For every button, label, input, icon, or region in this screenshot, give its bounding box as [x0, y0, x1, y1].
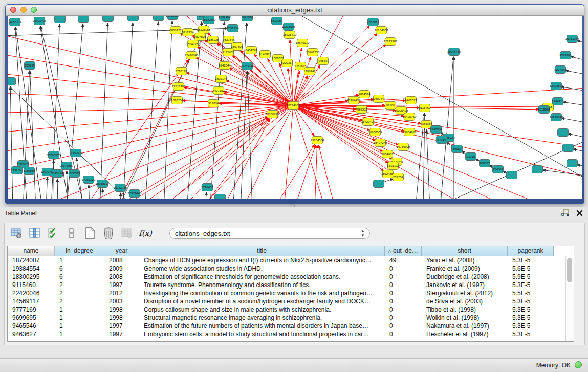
network-node[interactable]: 8813054: [271, 17, 283, 25]
network-node[interactable]: 924502: [493, 166, 504, 173]
network-node[interactable]: 15751074: [565, 35, 579, 43]
network-node[interactable]: 10688609: [368, 128, 382, 136]
window-titlebar[interactable]: citations_edges.txt: [6, 5, 584, 16]
network-node[interactable]: 2718126: [175, 68, 187, 75]
network-node[interactable]: 5716485: [201, 184, 213, 191]
column-header-pagerank[interactable]: pagerank: [508, 246, 554, 256]
network-node[interactable]: 6466160: [219, 16, 231, 21]
select-rows-icon[interactable]: [47, 227, 60, 240]
network-node[interactable]: 16495759: [403, 113, 417, 121]
network-node[interactable]: [128, 16, 139, 21]
new-table-icon[interactable]: [83, 227, 97, 240]
network-node[interactable]: [532, 166, 543, 173]
network-node[interactable]: 17359924: [69, 149, 83, 157]
network-node[interactable]: 1615132: [387, 162, 399, 170]
zoom-window-button[interactable]: [31, 7, 37, 13]
network-node[interactable]: 7857224: [227, 25, 239, 32]
network-node[interactable]: 8454749: [245, 47, 257, 54]
network-node[interactable]: [154, 16, 164, 21]
network-node[interactable]: [374, 180, 384, 188]
network-node[interactable]: 9684067: [381, 150, 394, 158]
function-builder-icon[interactable]: f(x): [139, 227, 152, 240]
select-column-icon[interactable]: [28, 227, 41, 240]
scrollbar-thumb[interactable]: [567, 258, 572, 282]
column-header-short[interactable]: short: [422, 246, 508, 256]
network-node[interactable]: 17957223: [82, 176, 96, 184]
network-node[interactable]: 19384554: [311, 137, 324, 144]
network-node[interactable]: 9146821: [259, 51, 271, 58]
network-node[interactable]: 1244415: [552, 98, 564, 105]
network-node[interactable]: 10653287: [166, 16, 180, 20]
network-node[interactable]: [567, 160, 578, 167]
network-node[interactable]: 10807447: [372, 95, 386, 103]
import-table-icon[interactable]: [120, 227, 134, 240]
network-node[interactable]: 79553: [318, 57, 329, 65]
network-node[interactable]: 16543382: [186, 40, 200, 48]
network-node[interactable]: 16961758: [306, 49, 320, 56]
network-node[interactable]: 18640910: [296, 39, 310, 47]
network-node[interactable]: 8860123: [169, 27, 182, 34]
network-node[interactable]: 16033809: [202, 16, 216, 24]
network-node[interactable]: 252254: [393, 173, 404, 181]
table-row[interactable]: 2242004622012Investigating the contribut…: [8, 289, 574, 297]
network-node[interactable]: 39159: [12, 167, 23, 174]
network-canvas[interactable]: 1872400718300295193845548860123891295418…: [8, 16, 582, 199]
network-node[interactable]: 2687682: [367, 18, 379, 26]
network-node[interactable]: 109527: [480, 160, 490, 167]
network-node[interactable]: 1071918: [241, 16, 253, 21]
column-header-in_degree[interactable]: in_degree: [55, 246, 104, 256]
network-node[interactable]: 89183: [452, 145, 463, 153]
network-node[interactable]: 8220317: [281, 59, 293, 67]
network-node[interactable]: 12213987: [384, 38, 398, 46]
table-selector-dropdown[interactable]: citations_edges.txt ▲▼: [169, 228, 370, 239]
network-node[interactable]: 12923446: [128, 190, 142, 198]
network-node[interactable]: 16154808: [375, 27, 388, 34]
network-node[interactable]: 9115460: [419, 104, 431, 112]
network-node[interactable]: 20206576: [47, 151, 61, 159]
network-node[interactable]: [507, 171, 517, 179]
network-node[interactable]: 15720407: [361, 118, 375, 126]
network-node[interactable]: 19756928: [397, 143, 410, 151]
network-node[interactable]: 8186328: [207, 36, 219, 44]
network-node[interactable]: 18300295: [266, 111, 279, 118]
column-header-out_de[interactable]: △out_de…: [385, 246, 422, 256]
vertical-scrollbar[interactable]: [565, 256, 574, 341]
network-node[interactable]: 2803144: [215, 75, 227, 83]
table-row[interactable]: 1872400712008Changes of HCN gene express…: [8, 256, 574, 265]
network-node[interactable]: 205139: [25, 62, 35, 70]
network-node[interactable]: 16648784: [447, 48, 461, 56]
network-node[interactable]: 67919: [437, 136, 447, 144]
network-node[interactable]: 10958107: [96, 180, 110, 188]
network-node[interactable]: 1156869: [24, 167, 36, 175]
network-node[interactable]: 20364436: [347, 97, 361, 104]
network-node[interactable]: 1840954: [430, 126, 442, 134]
network-node[interactable]: 1990443: [303, 68, 316, 75]
network-node[interactable]: 62160: [385, 102, 396, 110]
float-panel-icon[interactable]: [561, 209, 569, 218]
network-node[interactable]: 1145194: [52, 170, 64, 178]
close-panel-icon[interactable]: [576, 209, 583, 218]
network-node[interactable]: 91910: [466, 153, 476, 161]
network-node[interactable]: 20691406: [33, 17, 47, 25]
network-node[interactable]: 90975887: [60, 162, 74, 170]
network-node[interactable]: 8912954: [182, 29, 194, 36]
network-node[interactable]: 7986322: [355, 106, 367, 114]
network-node[interactable]: 20053346: [241, 62, 254, 70]
table-row[interactable]: 911546021997Tourette syndrome. Phenomeno…: [8, 281, 574, 289]
network-node[interactable]: 9175685: [222, 49, 234, 56]
table-row[interactable]: 1830029562008Estimation of significance …: [8, 273, 574, 281]
network-node[interactable]: 16210643: [550, 114, 563, 121]
close-window-button[interactable]: [10, 7, 16, 13]
row-height-icon[interactable]: [65, 227, 78, 240]
network-node[interactable]: 8215958: [538, 106, 550, 114]
network-node[interactable]: [8, 78, 16, 85]
network-node[interactable]: 9242844: [219, 62, 231, 70]
network-node[interactable]: 917004: [208, 100, 219, 107]
table-row[interactable]: 977716911998Corpus callosum shape and si…: [8, 305, 574, 314]
delete-table-icon[interactable]: [102, 227, 115, 240]
network-node[interactable]: 9824534: [358, 91, 371, 98]
network-node[interactable]: 22420046: [185, 52, 199, 59]
column-header-name[interactable]: name: [8, 246, 55, 256]
network-node[interactable]: 18407249: [374, 139, 387, 147]
network-node[interactable]: 9329966: [559, 52, 572, 59]
